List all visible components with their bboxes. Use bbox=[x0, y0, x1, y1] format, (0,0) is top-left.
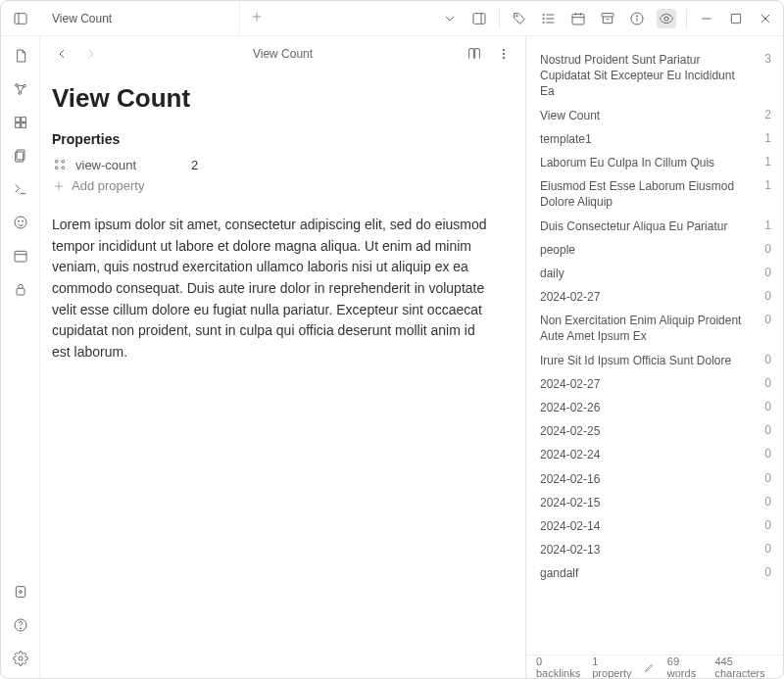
new-tab-button[interactable] bbox=[240, 10, 273, 26]
svg-point-14 bbox=[543, 22, 544, 23]
rail-files-icon[interactable] bbox=[11, 146, 30, 166]
svg-point-24 bbox=[664, 17, 668, 21]
info-icon[interactable] bbox=[627, 9, 647, 28]
view-list-item-count: 3 bbox=[758, 52, 771, 66]
view-list-item[interactable]: 2024-02-150 bbox=[540, 491, 771, 514]
breadcrumb[interactable]: View Count bbox=[111, 47, 455, 61]
view-count-panel: Nostrud Proident Sunt Pariatur Cupidatat… bbox=[526, 36, 783, 655]
property-key[interactable]: view-count bbox=[75, 158, 183, 172]
rail-vault-icon[interactable] bbox=[11, 582, 30, 602]
status-properties[interactable]: 1 property bbox=[592, 655, 632, 679]
view-list-item-count: 0 bbox=[758, 266, 771, 279]
view-list-item-name: 2024-02-27 bbox=[540, 376, 750, 392]
nav-back-icon[interactable] bbox=[52, 44, 72, 64]
rail-help-icon[interactable] bbox=[11, 615, 30, 635]
view-list-item-count: 0 bbox=[758, 289, 771, 303]
svg-point-58 bbox=[55, 167, 58, 170]
view-list-item[interactable]: 2024-02-130 bbox=[540, 538, 771, 561]
view-list-item-count: 0 bbox=[758, 518, 771, 532]
view-list-item[interactable]: 2024-02-260 bbox=[540, 396, 771, 419]
view-list-item[interactable]: View Count2 bbox=[540, 104, 771, 127]
tab-label: View Count bbox=[52, 12, 112, 25]
note-body[interactable]: Lorem ipsum dolor sit amet, consectetur … bbox=[52, 215, 496, 364]
svg-rect-36 bbox=[21, 118, 25, 122]
list-icon[interactable] bbox=[539, 9, 559, 28]
view-list-item[interactable]: Irure Sit Id Ipsum Officia Sunt Dolore0 bbox=[540, 349, 771, 372]
view-list-item-name: template1 bbox=[540, 131, 750, 147]
view-list-item-count: 0 bbox=[758, 376, 771, 390]
divider bbox=[499, 9, 500, 28]
window-close-icon[interactable] bbox=[756, 9, 775, 28]
rail-calendar-icon[interactable] bbox=[11, 246, 30, 266]
tab-dropdown-icon[interactable] bbox=[440, 9, 460, 28]
view-list-item-count: 0 bbox=[758, 313, 771, 326]
view-list-item[interactable]: daily0 bbox=[540, 262, 771, 285]
tab-view-count[interactable]: View Count bbox=[40, 1, 240, 35]
view-list-item-name: Duis Consectetur Aliqua Eu Pariatur bbox=[540, 218, 750, 234]
rail-settings-icon[interactable] bbox=[11, 649, 30, 668]
view-list-item[interactable]: Eiusmod Est Esse Laborum Eiusmod Dolore … bbox=[540, 174, 771, 214]
view-list-item[interactable]: 2024-02-270 bbox=[540, 285, 771, 309]
view-list-item[interactable]: Nostrud Proident Sunt Pariatur Cupidatat… bbox=[540, 48, 771, 104]
rail-grid-icon[interactable] bbox=[11, 113, 30, 132]
view-list-item[interactable]: Non Exercitation Enim Aliquip Proident A… bbox=[540, 309, 771, 348]
archive-icon[interactable] bbox=[598, 9, 617, 28]
view-list-item-count: 1 bbox=[758, 155, 771, 169]
window-minimize-icon[interactable] bbox=[697, 9, 716, 28]
svg-rect-37 bbox=[15, 123, 20, 128]
view-list-item[interactable]: Laborum Eu Culpa In Cillum Quis1 bbox=[540, 151, 771, 174]
rail-graph-icon[interactable] bbox=[11, 79, 30, 99]
rail-terminal-icon[interactable] bbox=[11, 179, 30, 199]
reading-mode-icon[interactable] bbox=[465, 44, 484, 64]
svg-line-33 bbox=[21, 86, 24, 92]
status-backlinks[interactable]: 0 backlinks bbox=[536, 655, 580, 679]
view-list-item-count: 0 bbox=[758, 447, 771, 461]
view-list-item[interactable]: template11 bbox=[540, 127, 771, 151]
divider bbox=[686, 9, 687, 28]
svg-rect-45 bbox=[15, 251, 26, 262]
view-list-item[interactable]: 2024-02-140 bbox=[540, 514, 771, 538]
rail-note-icon[interactable] bbox=[11, 46, 30, 66]
svg-line-32 bbox=[18, 86, 20, 92]
rail-link-icon[interactable] bbox=[11, 279, 30, 299]
add-property-label: Add property bbox=[72, 178, 144, 193]
tag-icon[interactable] bbox=[510, 9, 529, 28]
svg-point-55 bbox=[503, 57, 505, 59]
window-maximize-icon[interactable] bbox=[726, 9, 746, 28]
status-words[interactable]: 69 words bbox=[667, 655, 704, 679]
view-list-item-name: 2024-02-14 bbox=[540, 518, 750, 534]
svg-rect-15 bbox=[572, 14, 584, 24]
view-list-item[interactable]: 2024-02-250 bbox=[540, 419, 771, 443]
view-list-item[interactable]: gandalf0 bbox=[540, 561, 771, 585]
svg-point-12 bbox=[543, 14, 544, 15]
svg-line-2 bbox=[219, 14, 224, 20]
view-list-item[interactable]: people0 bbox=[540, 238, 771, 262]
svg-point-53 bbox=[503, 49, 505, 51]
status-edit-icon[interactable] bbox=[644, 661, 656, 673]
status-chars[interactable]: 445 characters bbox=[714, 655, 773, 679]
property-value[interactable]: 2 bbox=[191, 158, 198, 172]
svg-rect-19 bbox=[602, 13, 613, 16]
svg-point-13 bbox=[543, 18, 544, 19]
view-list-item-count: 0 bbox=[758, 495, 771, 509]
view-list-item-count: 0 bbox=[758, 400, 771, 413]
rail-emoji-icon[interactable] bbox=[11, 213, 30, 232]
add-property-button[interactable]: Add property bbox=[52, 178, 496, 193]
right-panel-toggle-icon[interactable] bbox=[469, 9, 489, 28]
tab-close-icon[interactable] bbox=[216, 11, 227, 25]
left-panel-toggle-icon[interactable] bbox=[11, 9, 30, 28]
view-list-item-name: 2024-02-24 bbox=[540, 447, 750, 462]
view-list-item-name: Eiusmod Est Esse Laborum Eiusmod Dolore … bbox=[540, 178, 750, 210]
view-list-item[interactable]: 2024-02-240 bbox=[540, 443, 771, 466]
calendar-icon[interactable] bbox=[568, 9, 588, 28]
svg-point-49 bbox=[19, 591, 22, 594]
view-list-item[interactable]: 2024-02-270 bbox=[540, 372, 771, 396]
view-list-item[interactable]: Duis Consectetur Aliqua Eu Pariatur1 bbox=[540, 215, 771, 238]
eye-icon[interactable] bbox=[657, 9, 676, 28]
nav-forward-icon[interactable] bbox=[81, 44, 101, 64]
view-list-item-name: Nostrud Proident Sunt Pariatur Cupidatat… bbox=[540, 52, 750, 100]
svg-rect-35 bbox=[15, 118, 20, 122]
svg-rect-48 bbox=[16, 587, 24, 598]
more-icon[interactable] bbox=[494, 44, 514, 64]
view-list-item[interactable]: 2024-02-160 bbox=[540, 467, 771, 491]
